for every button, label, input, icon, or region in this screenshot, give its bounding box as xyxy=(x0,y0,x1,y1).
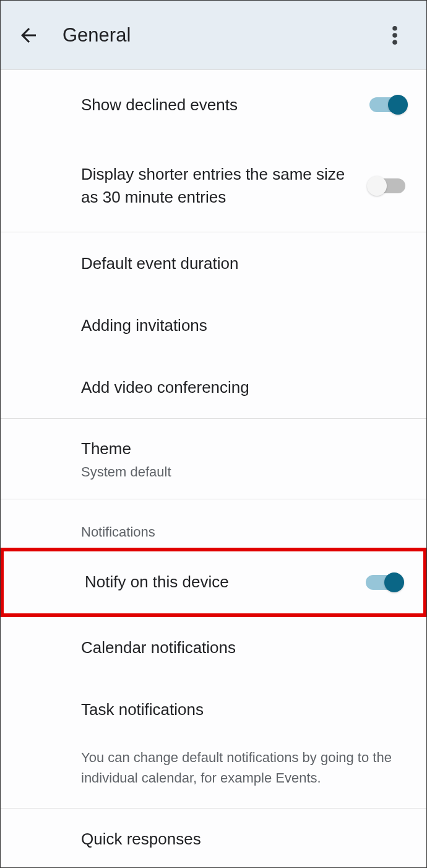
svg-point-0 xyxy=(392,26,397,31)
setting-label: Quick responses xyxy=(81,828,405,850)
setting-label: Calendar notifications xyxy=(81,636,405,659)
show-declined-events-toggle[interactable] xyxy=(369,97,405,112)
svg-point-1 xyxy=(392,33,397,38)
more-vert-icon xyxy=(392,26,397,45)
events-section: Default event duration Adding invitation… xyxy=(1,232,426,419)
setting-label: Theme xyxy=(81,437,405,460)
adding-invitations-item[interactable]: Adding invitations xyxy=(1,294,426,356)
arrow-back-icon xyxy=(17,24,40,46)
add-video-conferencing-item[interactable]: Add video conferencing xyxy=(1,356,426,418)
setting-label: Show declined events xyxy=(81,94,357,116)
setting-label: Display shorter entries the same size as… xyxy=(81,163,357,208)
show-declined-events-item[interactable]: Show declined events xyxy=(1,70,426,139)
more-options-button[interactable] xyxy=(379,20,410,51)
notify-on-device-toggle[interactable] xyxy=(366,575,402,590)
display-section: Show declined events Display shorter ent… xyxy=(1,70,426,232)
theme-item[interactable]: Theme System default xyxy=(1,419,426,498)
back-button[interactable] xyxy=(13,20,44,51)
notify-on-device-item[interactable]: Notify on this device xyxy=(4,551,423,613)
quick-responses-item[interactable]: Quick responses xyxy=(1,809,426,868)
highlight-annotation: Notify on this device xyxy=(0,548,427,617)
app-header: General xyxy=(1,1,426,70)
settings-content: Show declined events Display shorter ent… xyxy=(1,70,426,868)
setting-label: Adding invitations xyxy=(81,314,405,336)
task-notifications-item[interactable]: Task notifications xyxy=(1,679,426,741)
svg-point-2 xyxy=(392,40,397,45)
section-header: Notifications xyxy=(1,499,426,548)
calendar-notifications-item[interactable]: Calendar notifications xyxy=(1,617,426,679)
section-footer: You can change default notifications by … xyxy=(1,741,426,808)
setting-value: System default xyxy=(81,464,405,480)
setting-label: Notify on this device xyxy=(85,571,353,593)
default-event-duration-item[interactable]: Default event duration xyxy=(1,232,426,294)
theme-section: Theme System default xyxy=(1,419,426,499)
setting-label: Add video conferencing xyxy=(81,376,405,398)
notifications-section: Notifications Notify on this device Cale… xyxy=(1,499,426,809)
setting-label: Default event duration xyxy=(81,252,405,274)
setting-label: Task notifications xyxy=(81,698,405,721)
shorter-entries-toggle[interactable] xyxy=(369,178,405,193)
quick-responses-section: Quick responses xyxy=(1,809,426,868)
shorter-entries-item[interactable]: Display shorter entries the same size as… xyxy=(1,139,426,232)
page-title: General xyxy=(63,24,131,46)
